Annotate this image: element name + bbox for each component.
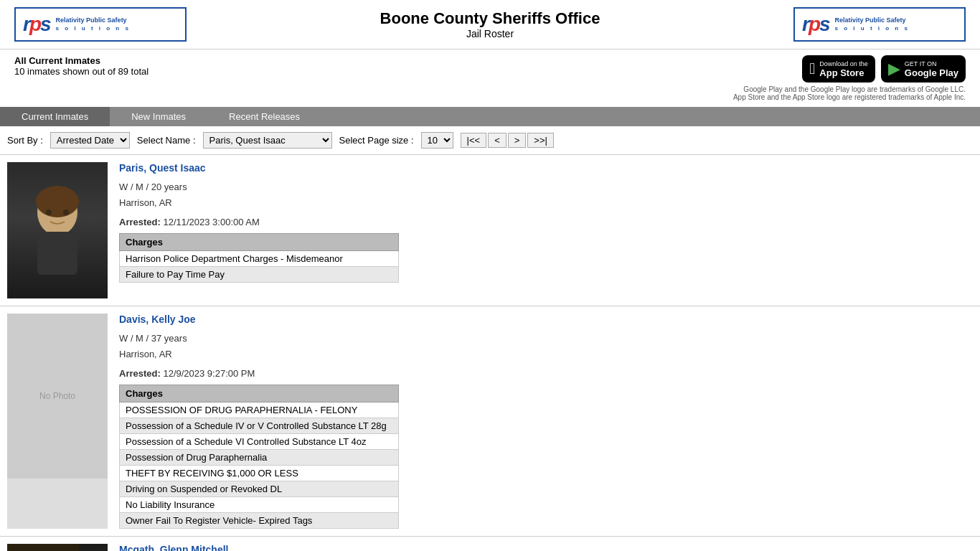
pagination-buttons: |<< < > >>| bbox=[461, 133, 554, 148]
logo-solutions-right: s o l u t i o n s bbox=[835, 25, 910, 32]
nav-first-button[interactable]: |<< bbox=[461, 133, 487, 148]
tab-bar: Current Inmates New Inmates Recent Relea… bbox=[0, 107, 980, 126]
apple-app-store-button[interactable]:  Download on the App Store bbox=[802, 55, 875, 83]
inmate-location-paris: Harrison, AR bbox=[119, 197, 172, 208]
inmate-info-mcgath: Mcgath, Glenn Mitchell bbox=[108, 544, 973, 551]
logo-rps-left: rps bbox=[23, 13, 50, 36]
logo-rps-right: rps bbox=[802, 13, 829, 36]
charge-cell: Harrison Police Department Charges - Mis… bbox=[120, 251, 399, 267]
page-subtitle: Jail Roster bbox=[380, 28, 600, 39]
google-play-button[interactable]: ▶ GET IT ON Google Play bbox=[881, 55, 966, 83]
charges-header-paris: Charges bbox=[120, 234, 399, 251]
nav-last-button[interactable]: >>| bbox=[527, 133, 554, 148]
charge-cell: Failure to Pay Time Pay bbox=[120, 267, 399, 283]
charge-row: Failure to Pay Time Pay bbox=[120, 267, 399, 283]
charge-row: Owner Fail To Register Vehicle- Expired … bbox=[120, 513, 399, 529]
inmate-photo-paris bbox=[7, 162, 108, 298]
arrested-date-davis: 12/9/2023 9:27:00 PM bbox=[163, 368, 255, 379]
nav-prev-button[interactable]: < bbox=[488, 133, 507, 148]
tab-new-inmates[interactable]: New Inmates bbox=[110, 107, 207, 126]
inmate-info-davis: Davis, Kelly Joe W / M / 37 years Harris… bbox=[108, 314, 973, 529]
inmate-location-davis: Harrison, AR bbox=[119, 349, 172, 359]
svg-point-2 bbox=[36, 186, 79, 217]
inmate-arrested-davis: Arrested: 12/9/2023 9:27:00 PM bbox=[119, 368, 973, 379]
charge-cell: Driving on Suspended or Revoked DL bbox=[120, 481, 399, 497]
apple-icon:  bbox=[809, 60, 815, 78]
svg-rect-1 bbox=[37, 232, 77, 275]
inmate-info-paris: Paris, Quest Isaac W / M / 20 years Harr… bbox=[108, 162, 973, 298]
logo-line1-left: Relativity Public Safety bbox=[56, 17, 131, 25]
inmate-photo-mcgath bbox=[7, 544, 108, 551]
charge-cell: Possession of a Schedule IV or V Control… bbox=[120, 418, 399, 434]
page-size-label: Select Page size : bbox=[339, 135, 414, 146]
charge-row: Possession of Drug Paraphernalia bbox=[120, 450, 399, 466]
svg-rect-5 bbox=[7, 544, 79, 551]
logo-right: rps Relativity Public Safety s o l u t i… bbox=[793, 7, 966, 42]
charge-cell: POSSESSION OF DRUG PARAPHERNALIA - FELON… bbox=[120, 402, 399, 418]
page-size-select[interactable]: 10 25 50 bbox=[421, 132, 453, 149]
tab-current-inmates[interactable]: Current Inmates bbox=[0, 107, 110, 126]
inmate-race-gender-age-paris: W / M / 20 years bbox=[119, 182, 187, 192]
google-btn-large-text: Google Play bbox=[905, 67, 958, 78]
charge-row: POSSESSION OF DRUG PARAPHERNALIA - FELON… bbox=[120, 402, 399, 418]
inmate-race-gender-age-davis: W / M / 37 years bbox=[119, 333, 187, 344]
inmate-name-paris: Paris, Quest Isaac bbox=[119, 162, 973, 174]
page-header: rps Relativity Public Safety s o l u t i… bbox=[0, 0, 980, 50]
charge-row: Harrison Police Department Charges - Mis… bbox=[120, 251, 399, 267]
inmate-count-info: All Current Inmates 10 inmates shown out… bbox=[14, 55, 149, 77]
charge-cell: Possession of a Schedule VI Controlled S… bbox=[120, 434, 399, 450]
inmate-name-davis: Davis, Kelly Joe bbox=[119, 314, 973, 325]
all-current-label: All Current Inmates bbox=[14, 55, 100, 66]
charges-header-davis: Charges bbox=[120, 385, 399, 402]
mugshot-partial-mcgath bbox=[7, 544, 79, 551]
header-center: Boone County Sheriffs Office Jail Roster bbox=[380, 9, 600, 39]
sort-by-label: Sort By : bbox=[7, 135, 43, 146]
svg-point-3 bbox=[46, 209, 52, 215]
inmate-record: Mcgath, Glenn Mitchell bbox=[0, 537, 980, 551]
charge-row: Possession of a Schedule VI Controlled S… bbox=[120, 434, 399, 450]
inmate-arrested-paris: Arrested: 12/11/2023 3:00:00 AM bbox=[119, 217, 973, 227]
select-name-dropdown[interactable]: Paris, Quest Isaac bbox=[203, 132, 332, 149]
charge-row: THEFT BY RECEIVING $1,000 OR LESS bbox=[120, 466, 399, 481]
mugshot-silhouette-paris bbox=[22, 173, 93, 288]
info-appstore-row: All Current Inmates 10 inmates shown out… bbox=[0, 50, 980, 107]
google-btn-small-text: GET IT ON bbox=[905, 60, 958, 67]
app-buttons-row:  Download on the App Store ▶ GET IT ON … bbox=[802, 55, 966, 83]
inmate-record: No Photo Davis, Kelly Joe W / M / 37 yea… bbox=[0, 306, 980, 537]
charges-table-paris: Charges Harrison Police Department Charg… bbox=[119, 233, 399, 283]
apple-btn-small-text: Download on the bbox=[819, 60, 868, 67]
charge-cell: Possession of Drug Paraphernalia bbox=[120, 450, 399, 466]
controls-bar: Sort By : Arrested Date Select Name : Pa… bbox=[0, 126, 980, 155]
charge-cell: Owner Fail To Register Vehicle- Expired … bbox=[120, 513, 399, 529]
inmate-record: Paris, Quest Isaac W / M / 20 years Harr… bbox=[0, 155, 980, 306]
arrested-date-paris: 12/11/2023 3:00:00 AM bbox=[163, 217, 259, 227]
logo-line1-right: Relativity Public Safety bbox=[835, 17, 910, 25]
charge-row: Driving on Suspended or Revoked DL bbox=[120, 481, 399, 497]
charges-table-davis: Charges POSSESSION OF DRUG PARAPHERNALIA… bbox=[119, 385, 399, 529]
charge-cell: No Liability Insurance bbox=[120, 497, 399, 513]
inmate-count: 10 inmates shown out of 89 total bbox=[14, 66, 149, 77]
charge-row: Possession of a Schedule IV or V Control… bbox=[120, 418, 399, 434]
inmate-photo-davis: No Photo bbox=[7, 314, 108, 529]
app-store-note: Google Play and the Google Play logo are… bbox=[733, 85, 966, 101]
header-right: rps Relativity Public Safety s o l u t i… bbox=[793, 7, 966, 42]
logo-solutions-left: s o l u t i o n s bbox=[56, 25, 131, 32]
inmate-details-paris: W / M / 20 years Harrison, AR bbox=[119, 179, 973, 211]
logo-left: rps Relativity Public Safety s o l u t i… bbox=[14, 7, 187, 42]
apple-btn-large-text: App Store bbox=[819, 67, 868, 78]
google-play-icon: ▶ bbox=[888, 60, 900, 78]
svg-point-4 bbox=[63, 209, 69, 215]
arrested-label-paris: Arrested: bbox=[119, 217, 161, 227]
inmate-name-mcgath: Mcgath, Glenn Mitchell bbox=[119, 544, 973, 551]
app-store-area:  Download on the App Store ▶ GET IT ON … bbox=[733, 55, 966, 101]
select-name-label: Select Name : bbox=[137, 135, 196, 146]
charge-cell: THEFT BY RECEIVING $1,000 OR LESS bbox=[120, 466, 399, 481]
tab-recent-releases[interactable]: Recent Releases bbox=[207, 107, 321, 126]
inmate-details-davis: W / M / 37 years Harrison, AR bbox=[119, 331, 973, 362]
sort-by-select[interactable]: Arrested Date bbox=[50, 132, 130, 149]
page-title: Boone County Sheriffs Office bbox=[380, 9, 600, 28]
nav-next-button[interactable]: > bbox=[508, 133, 527, 148]
charge-row: No Liability Insurance bbox=[120, 497, 399, 513]
arrested-label-davis: Arrested: bbox=[119, 368, 161, 379]
